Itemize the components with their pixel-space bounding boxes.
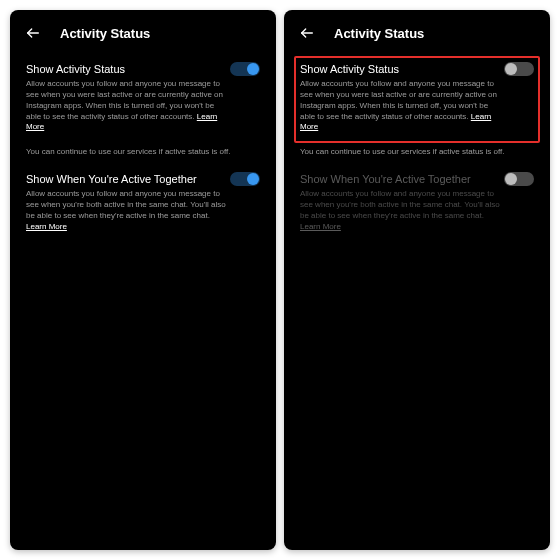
page-title: Activity Status [60,26,150,41]
desc-text: Allow accounts you follow and anyone you… [26,79,223,120]
setting-row: Show When You're Active Together [300,172,534,186]
info-note: You can continue to use our services if … [294,143,540,166]
desc-text: Allow accounts you follow and anyone you… [26,189,226,220]
setting-show-activity-status: Show Activity Status Allow accounts you … [20,56,266,143]
back-arrow-icon[interactable] [298,24,316,42]
page-title: Activity Status [334,26,424,41]
setting-description: Allow accounts you follow and anyone you… [26,79,260,133]
setting-title: Show When You're Active Together [300,172,471,186]
setting-active-together: Show When You're Active Together Allow a… [20,166,266,242]
phone-right: Activity Status Show Activity Status All… [284,10,550,550]
setting-row: Show Activity Status [300,62,534,76]
setting-row: Show Activity Status [26,62,260,76]
toggle-active-together[interactable] [230,172,260,186]
setting-title: Show Activity Status [26,62,125,76]
toggle-show-activity-status[interactable] [230,62,260,76]
learn-more-link[interactable]: Learn More [300,222,341,231]
toggle-active-together[interactable] [504,172,534,186]
phone-left: Activity Status Show Activity Status All… [10,10,276,550]
setting-description: Allow accounts you follow and anyone you… [300,189,534,232]
header: Activity Status [20,24,266,56]
setting-title: Show When You're Active Together [26,172,197,186]
info-note: You can continue to use our services if … [20,143,266,166]
header: Activity Status [294,24,540,56]
setting-description: Allow accounts you follow and anyone you… [300,79,534,133]
setting-title: Show Activity Status [300,62,399,76]
desc-text: Allow accounts you follow and anyone you… [300,189,500,220]
back-arrow-icon[interactable] [24,24,42,42]
desc-text: Allow accounts you follow and anyone you… [300,79,497,120]
setting-description: Allow accounts you follow and anyone you… [26,189,260,232]
setting-show-activity-status: Show Activity Status Allow accounts you … [294,56,540,143]
setting-row: Show When You're Active Together [26,172,260,186]
learn-more-link[interactable]: Learn More [26,222,67,231]
setting-active-together: Show When You're Active Together Allow a… [294,166,540,242]
toggle-show-activity-status[interactable] [504,62,534,76]
